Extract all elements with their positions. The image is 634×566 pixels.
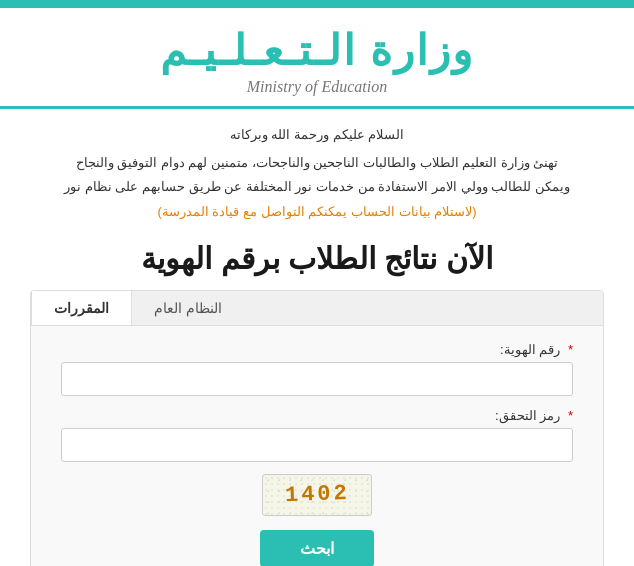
captcha-input[interactable] — [61, 428, 573, 462]
header: وزارة الـتـعـلـيـم Ministry of Education — [0, 8, 634, 109]
tabs: النظام العام المقررات — [31, 291, 603, 326]
id-required-star: * — [568, 342, 573, 357]
id-field-group: * رقم الهوية: — [61, 342, 573, 396]
logo-arabic: وزارة الـتـعـلـيـم — [20, 26, 614, 76]
tab-general[interactable]: النظام العام — [132, 291, 244, 325]
captcha-required-star: * — [568, 408, 573, 423]
welcome-link: (لاستلام بيانات الحساب يمكنكم التواصل مع… — [158, 204, 477, 219]
welcome-section: السلام عليكم ورحمة الله وبركاته تهنئ وزا… — [0, 109, 634, 230]
captcha-text: 1402 — [284, 481, 350, 508]
tab-modules[interactable]: المقررات — [31, 291, 132, 325]
welcome-line1: تهنئ وزارة التعليم الطلاب والطالبات النا… — [76, 155, 559, 170]
captcha-image: 1402 — [262, 474, 372, 516]
logo-english: Ministry of Education — [20, 78, 614, 96]
main-title: الآن نتائج الطلاب برقم الهوية — [0, 231, 634, 290]
form-body: * رقم الهوية: * رمز التحقق: 1402 ابحث — [31, 326, 603, 566]
welcome-greeting: السلام عليكم ورحمة الله وبركاته — [40, 123, 594, 146]
welcome-text: تهنئ وزارة التعليم الطلاب والطالبات النا… — [40, 151, 594, 225]
form-container: النظام العام المقررات * رقم الهوية: * رم… — [30, 290, 604, 566]
search-button[interactable]: ابحث — [260, 530, 374, 566]
id-input[interactable] — [61, 362, 573, 396]
top-bar — [0, 0, 634, 8]
captcha-field-group: * رمز التحقق: — [61, 408, 573, 462]
welcome-line2: ويمكن للطالب وولي الامر الاستفادة من خدم… — [64, 179, 570, 194]
id-field-label: * رقم الهوية: — [61, 342, 573, 357]
captcha-field-label: * رمز التحقق: — [61, 408, 573, 423]
captcha-image-container: 1402 — [61, 474, 573, 516]
search-button-container: ابحث — [61, 530, 573, 566]
